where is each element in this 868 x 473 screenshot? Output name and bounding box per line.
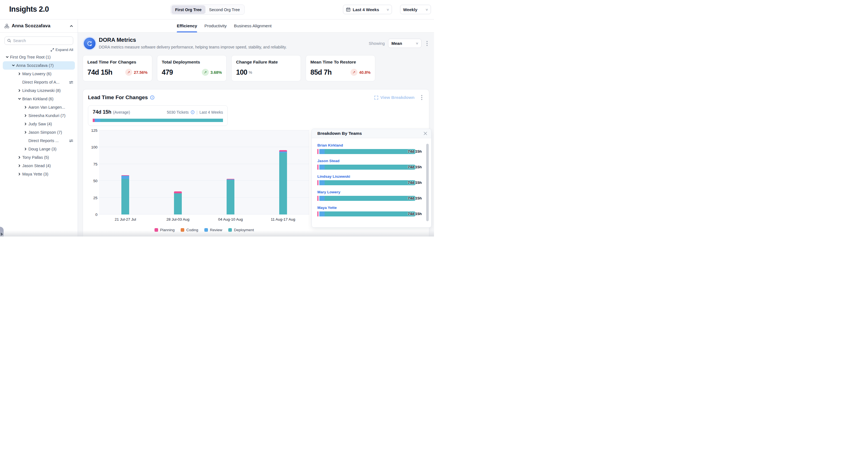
trend-value: 40.8% — [359, 70, 371, 75]
gridline — [99, 180, 309, 181]
legend-item-deployment[interactable]: Deployment — [228, 228, 254, 232]
metric-value: 74d 15h — [87, 68, 113, 76]
tree-item[interactable]: Tony Pallas (5) — [0, 153, 78, 161]
metric-title: Change Failure Rate — [236, 60, 296, 65]
phase-segment-deployment — [324, 165, 415, 170]
expand-all-button[interactable]: Expand All — [4, 48, 73, 52]
phase-segment-review — [319, 149, 324, 154]
trend-badge: ↗ 40.8% — [350, 69, 371, 76]
trend-up-arrow-icon: ↗ — [350, 69, 358, 76]
panel-scrollbar[interactable] — [426, 144, 429, 221]
trend-badge: ↗ 27.56% — [125, 69, 148, 76]
legend-swatch — [155, 228, 158, 232]
info-icon[interactable] — [191, 110, 194, 114]
close-icon[interactable] — [424, 131, 427, 136]
tree-item[interactable]: Sireesha Kunduri (7) — [0, 112, 78, 120]
team-name-link[interactable]: Maya Yette — [317, 206, 421, 210]
filter-sliders-icon[interactable] — [69, 81, 73, 84]
tree-item[interactable]: Brian Kirkland (6) — [0, 95, 78, 103]
stacked-bar[interactable] — [121, 175, 129, 214]
stacked-bar[interactable] — [227, 179, 235, 214]
tree-item[interactable]: Doug Lange (3) — [0, 145, 78, 153]
chevron-right-icon[interactable] — [23, 131, 28, 134]
filter-sliders-icon[interactable] — [69, 139, 73, 143]
tickets-count: 5030 Tickets — [167, 110, 189, 115]
chevron-right-icon[interactable] — [23, 106, 28, 109]
team-name-link[interactable]: Lindsay Liszewski — [317, 174, 421, 179]
tree-item[interactable]: Judy Saw (4) — [0, 120, 78, 128]
team-name-link[interactable]: Mary Lowery — [317, 190, 421, 194]
tree-item[interactable]: Aaron Van Langen... — [0, 103, 78, 112]
tab-productivity[interactable]: Productivity — [204, 20, 227, 32]
chevron-right-icon[interactable] — [17, 89, 22, 92]
chevron-right-icon[interactable] — [17, 72, 22, 76]
legend-item-review[interactable]: Review — [204, 228, 222, 232]
dora-description: DORA metrics measure software delivery p… — [99, 45, 287, 49]
tab-business-alignment[interactable]: Business Alignment — [234, 20, 272, 32]
chevron-right-icon[interactable] — [23, 147, 28, 151]
tree-item[interactable]: Direct Reports of A... — [0, 78, 78, 86]
tree-item[interactable]: Direct Reports ... — [0, 137, 78, 145]
dora-header: DORA Metrics DORA metrics measure softwa… — [83, 36, 429, 51]
tab-efficiency[interactable]: Efficiency — [177, 20, 197, 32]
team-name-link[interactable]: Jason Stead — [317, 159, 421, 163]
sidebar-resize-handle[interactable] — [0, 227, 4, 237]
team-phase-bar[interactable]: 74d 15h — [317, 149, 415, 154]
view-breakdown-button[interactable]: View Breakdown — [374, 95, 414, 100]
chevron-right-icon[interactable] — [17, 156, 22, 159]
date-range-dropdown[interactable]: Last 4 Weeks ∨ — [343, 5, 392, 14]
team-phase-bar[interactable]: 74d 15h — [317, 180, 415, 185]
metric-card-total-deployments: Total Deployments 479 ↗ 3.68% — [157, 55, 227, 81]
chevron-down-icon: ∨ — [415, 41, 418, 45]
gridline — [99, 164, 309, 164]
tree-item[interactable]: Anna Scozzafava (7) — [0, 61, 78, 70]
stacked-bar[interactable] — [174, 191, 182, 214]
team-phase-bar[interactable]: 74d 15h — [317, 196, 415, 201]
tree-item[interactable]: First Org Tree Root (1) — [0, 53, 78, 61]
tree-item-label: Lindsay Liszewski (8) — [22, 88, 61, 93]
aggregation-dropdown[interactable]: Mean ∨ — [388, 39, 422, 48]
team-row: Lindsay Liszewski74d 15h — [317, 174, 421, 185]
chevron-right-icon[interactable] — [17, 164, 22, 168]
team-name-link[interactable]: Brian Kirkland — [317, 143, 421, 147]
chart-card-title: Lead Time For Changes — [88, 94, 148, 100]
chevron-right-icon[interactable] — [23, 114, 28, 117]
team-phase-bar[interactable]: 74d 15h — [317, 211, 415, 216]
tree-item-label: Maya Yette (3) — [22, 172, 49, 176]
tree-item[interactable]: Jason Stead (4) — [0, 161, 78, 170]
toggle-first-org-tree[interactable]: First Org Tree — [172, 5, 205, 14]
tree-item[interactable]: Mary Lowery (6) — [0, 70, 78, 78]
date-range-value: Last 4 Weeks — [353, 7, 379, 12]
metric-card-mean-time-to-restore: Mean Time To Restore 85d 7h ↗ 40.8% — [306, 55, 375, 81]
info-icon[interactable] — [150, 95, 155, 100]
chevron-right-icon[interactable] — [17, 172, 22, 176]
granularity-dropdown[interactable]: Weekly ∨ — [400, 5, 431, 14]
expand-icon — [51, 48, 54, 52]
team-phase-bar[interactable]: 74d 15h — [317, 165, 415, 170]
legend-label: Coding — [186, 228, 198, 232]
tree-item-label: Mary Lowery (6) — [22, 71, 52, 76]
chevron-down-icon[interactable] — [17, 97, 22, 100]
granularity-value: Weekly — [403, 7, 417, 12]
dora-kebab-menu-icon[interactable] — [425, 40, 429, 47]
x-axis-tick-label: 28 Jul-03 Aug — [161, 217, 194, 221]
chevron-down-icon[interactable] — [10, 64, 16, 67]
metric-card-lead-time: Lead Time For Changes 74d 15h ↗ 27.56% — [83, 55, 152, 81]
tree-item[interactable]: Jason Simpson (7) — [0, 128, 78, 137]
team-value: 74d 15h — [408, 212, 422, 216]
average-summary-box: 74d 15h (Average) 5030 Tickets | Last 4 … — [88, 105, 228, 126]
legend-item-planning[interactable]: Planning — [155, 228, 175, 232]
phase-segment-deployment — [324, 149, 415, 154]
toggle-second-org-tree[interactable]: Second Org Tree — [206, 5, 243, 14]
sidebar-collapse-chevron[interactable] — [70, 24, 73, 28]
metric-card-change-failure-rate: Change Failure Rate 100 % — [231, 55, 301, 81]
chevron-right-icon[interactable] — [23, 122, 28, 126]
tree-item[interactable]: Lindsay Liszewski (8) — [0, 86, 78, 95]
tree-item[interactable]: Maya Yette (3) — [0, 170, 78, 178]
legend-item-coding[interactable]: Coding — [181, 228, 198, 232]
search-input[interactable] — [13, 38, 70, 43]
phase-segment-review — [319, 180, 324, 185]
stacked-bar[interactable] — [279, 150, 287, 214]
chart-kebab-menu-icon[interactable] — [420, 94, 424, 101]
chevron-down-icon[interactable] — [4, 55, 10, 59]
